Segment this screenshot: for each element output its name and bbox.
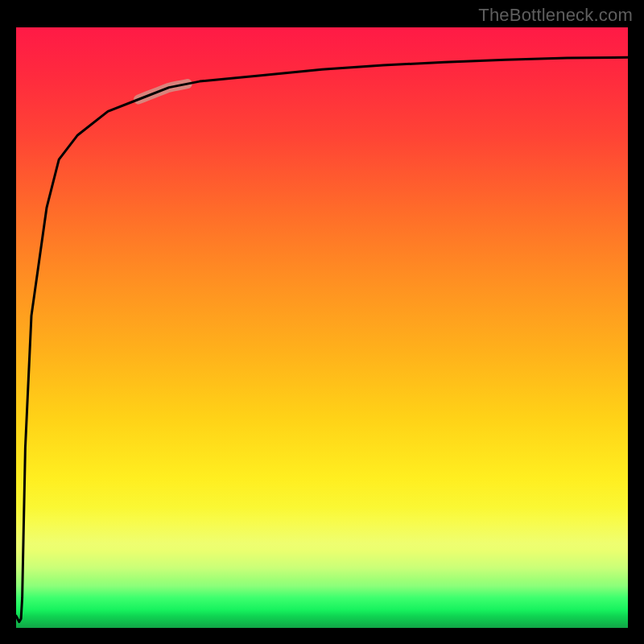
chart-frame [16, 27, 628, 628]
chart-gradient-background [16, 27, 628, 628]
attribution-text: TheBottleneck.com [478, 5, 633, 26]
